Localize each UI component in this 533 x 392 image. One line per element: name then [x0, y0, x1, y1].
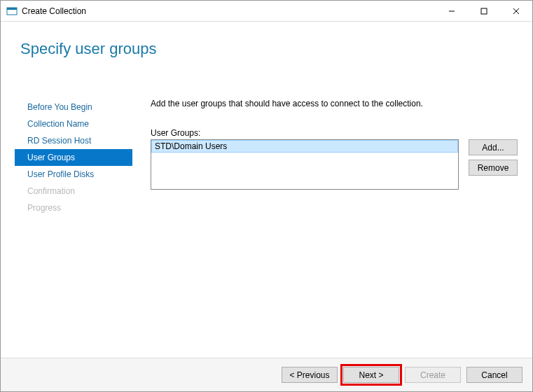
minimize-button[interactable] — [436, 1, 468, 22]
wizard-footer: < Previous Next > Create Cancel — [1, 358, 532, 391]
user-groups-label: User Groups: — [151, 128, 518, 138]
cancel-button[interactable]: Cancel — [466, 367, 522, 383]
create-button: Create — [405, 367, 461, 383]
window-buttons — [436, 1, 532, 22]
remove-button[interactable]: Remove — [469, 160, 518, 176]
step-confirmation: Confirmation — [15, 183, 132, 200]
step-user-profile-disks[interactable]: User Profile Disks — [15, 166, 132, 183]
main-pane: Add the user groups that should have acc… — [151, 99, 518, 190]
wizard-steps-sidebar: Before You Begin Collection Name RD Sess… — [15, 99, 132, 216]
previous-button[interactable]: < Previous — [282, 367, 338, 383]
svg-rect-1 — [7, 8, 17, 10]
titlebar: Create Collection — [1, 1, 532, 22]
user-groups-listbox[interactable]: STD\Domain Users — [151, 139, 459, 190]
close-button[interactable] — [500, 1, 532, 22]
add-button[interactable]: Add... — [469, 139, 518, 155]
step-user-groups[interactable]: User Groups — [15, 149, 132, 166]
step-rd-session-host[interactable]: RD Session Host — [15, 132, 132, 149]
maximize-button[interactable] — [468, 1, 500, 22]
next-button[interactable]: Next > — [343, 367, 399, 383]
svg-rect-3 — [481, 8, 487, 14]
page-heading: Specify user groups — [20, 40, 156, 58]
user-group-item[interactable]: STD\Domain Users — [151, 140, 458, 153]
step-collection-name[interactable]: Collection Name — [15, 115, 132, 132]
window-title: Create Collection — [22, 6, 436, 16]
step-before-you-begin[interactable]: Before You Begin — [15, 99, 132, 115]
step-progress: Progress — [15, 200, 132, 216]
app-icon — [6, 6, 18, 17]
content-area: Specify user groups Before You Begin Col… — [1, 22, 532, 391]
instruction-text: Add the user groups that should have acc… — [151, 99, 518, 108]
